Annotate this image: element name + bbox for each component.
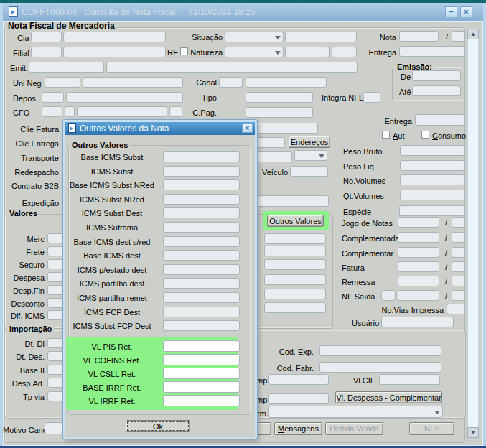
depos-name-field[interactable]	[66, 92, 183, 103]
natureza-combo[interactable]	[225, 47, 284, 57]
complementar-field[interactable]	[398, 247, 439, 258]
canal-name-field[interactable]	[246, 77, 327, 88]
no-vias-impressa-field[interactable]	[447, 304, 465, 314]
canal-code-field[interactable]	[219, 77, 243, 88]
base-icms-dest-field[interactable]	[163, 250, 240, 261]
mensagens-button[interactable]: Mensagens	[274, 422, 322, 435]
entrega-dest-field[interactable]	[415, 114, 465, 126]
jogo-de-notas-field[interactable]	[398, 217, 439, 228]
vl-cofins-ret-field[interactable]	[163, 354, 240, 365]
remessa-series-field[interactable]	[452, 276, 465, 286]
uni-neg-name-field[interactable]	[83, 77, 183, 88]
cpag-field[interactable]	[246, 107, 313, 118]
nota-number-field[interactable]	[399, 31, 439, 42]
chevron-down-icon	[434, 411, 440, 414]
remessa-field[interactable]	[398, 276, 439, 286]
window-titlebar[interactable]: COFFT060.68 Consulta de Nota Fiscal 31/1…	[3, 3, 483, 21]
dialog-titlebar[interactable]: Outros Valores da Nota ×	[65, 122, 255, 135]
cod-fabr-field[interactable]	[319, 362, 441, 373]
entrega-field[interactable]	[399, 46, 465, 57]
enderecos-button[interactable]: Endereços	[289, 136, 330, 148]
valores-field-6[interactable]	[264, 302, 326, 313]
cfo-field-1[interactable]	[42, 106, 62, 117]
complementada-field[interactable]	[398, 232, 439, 243]
emit-name-field[interactable]	[106, 62, 358, 73]
peso-bruto-field[interactable]	[400, 145, 465, 156]
emit-code-field[interactable]	[29, 62, 104, 73]
jogo-de-notas-series-field[interactable]	[452, 217, 465, 228]
tipo-field[interactable]	[246, 92, 313, 103]
complementada-series-field[interactable]	[452, 232, 465, 243]
vlcif-field[interactable]	[379, 374, 440, 385]
fatura-field[interactable]	[398, 261, 439, 272]
outros-valores-button[interactable]: Outros Valores	[267, 215, 324, 227]
icms-fcp-dest-field[interactable]	[163, 307, 240, 317]
scroll-up-icon[interactable]: ▲	[467, 29, 479, 39]
cod-exp-field[interactable]	[319, 345, 441, 356]
usuario-field[interactable]	[381, 317, 454, 327]
base-icms-dest-sred-field[interactable]	[163, 236, 240, 247]
imp-field-1[interactable]	[268, 374, 329, 385]
integra-nfe-field[interactable]	[363, 92, 380, 103]
close-button[interactable]: ×	[460, 6, 472, 17]
no-volumes-label: No.Volumes	[343, 177, 385, 185]
icms-partilha-dest-field[interactable]	[163, 278, 240, 289]
depos-code-field[interactable]	[42, 92, 64, 103]
nota-series-field[interactable]	[452, 31, 465, 42]
vl-pis-ret-field[interactable]	[163, 340, 240, 352]
peso-liq-field[interactable]	[400, 160, 465, 171]
valores-field-5[interactable]	[264, 289, 326, 299]
valores-field-3[interactable]	[264, 259, 326, 270]
imp-field-2[interactable]	[268, 393, 329, 404]
icms-partilha-remet-field[interactable]	[163, 292, 240, 303]
icms-subst-nred-field[interactable]	[163, 194, 240, 205]
aut-checkbox[interactable]	[382, 131, 390, 139]
valores-field-4[interactable]	[264, 274, 326, 285]
qt-volumes-field[interactable]	[400, 190, 465, 200]
icms-pestado-dest-field[interactable]	[163, 264, 240, 275]
fatura-series-field[interactable]	[452, 261, 465, 272]
icms-subst-field[interactable]	[163, 166, 240, 177]
especie-field[interactable]	[399, 205, 465, 216]
vl-irrf-ret-field[interactable]	[163, 395, 240, 406]
ok-button[interactable]: Ok	[126, 420, 190, 432]
transporte-combo[interactable]	[294, 150, 327, 161]
cia-code-field[interactable]	[31, 32, 62, 42]
emissao-de-field[interactable]	[412, 70, 461, 81]
emissao-ate-field[interactable]	[412, 85, 461, 96]
nf-saida-code-field[interactable]	[381, 290, 396, 301]
minimize-button[interactable]: –	[445, 6, 457, 17]
cfo-field-2[interactable]	[65, 106, 75, 117]
cfo-field-4[interactable]	[169, 106, 182, 117]
icms-subst-dest-field[interactable]	[163, 207, 240, 218]
cia-name-field[interactable]	[63, 32, 166, 42]
valores-field-1[interactable]	[264, 233, 326, 244]
form-combo[interactable]	[268, 406, 443, 418]
no-volumes-field[interactable]	[400, 174, 465, 185]
vl-csll-ret-field[interactable]	[163, 368, 240, 379]
base-icms-subst-nred-field[interactable]	[163, 179, 240, 190]
base-icms-subst-field[interactable]	[163, 151, 240, 162]
icms-suframa-field[interactable]	[163, 222, 240, 233]
filial-code-field[interactable]	[31, 47, 62, 57]
vl-despesas-complementar-button[interactable]: Vl. Despesas - Complementar	[335, 391, 442, 403]
natureza-field-2[interactable]	[332, 47, 357, 57]
icms-subst-fcp-dest-field[interactable]	[163, 320, 240, 331]
nf-saida-field[interactable]	[398, 290, 439, 301]
dialog-close-icon[interactable]: ×	[242, 123, 253, 133]
scroll-down-icon[interactable]: ▼	[467, 427, 479, 438]
complementar-series-field[interactable]	[452, 247, 465, 258]
valores-field-2[interactable]	[264, 246, 326, 256]
consumo-checkbox[interactable]	[421, 131, 429, 139]
uni-neg-code-field[interactable]	[45, 77, 80, 88]
nf-saida-series-field[interactable]	[452, 290, 465, 301]
situacao-combo[interactable]	[225, 32, 284, 42]
situacao-desc-field[interactable]	[285, 32, 357, 42]
vertical-scrollbar[interactable]	[467, 29, 479, 438]
cfo-field-3[interactable]	[77, 106, 167, 117]
filial-name-field[interactable]	[63, 47, 166, 57]
outros-valores-dialog: Outros Valores da Nota × Outros Valores …	[63, 120, 257, 439]
veiculo-field[interactable]	[290, 166, 328, 177]
base-irrf-ret-field[interactable]	[163, 381, 240, 393]
natureza-field-1[interactable]	[285, 47, 330, 57]
